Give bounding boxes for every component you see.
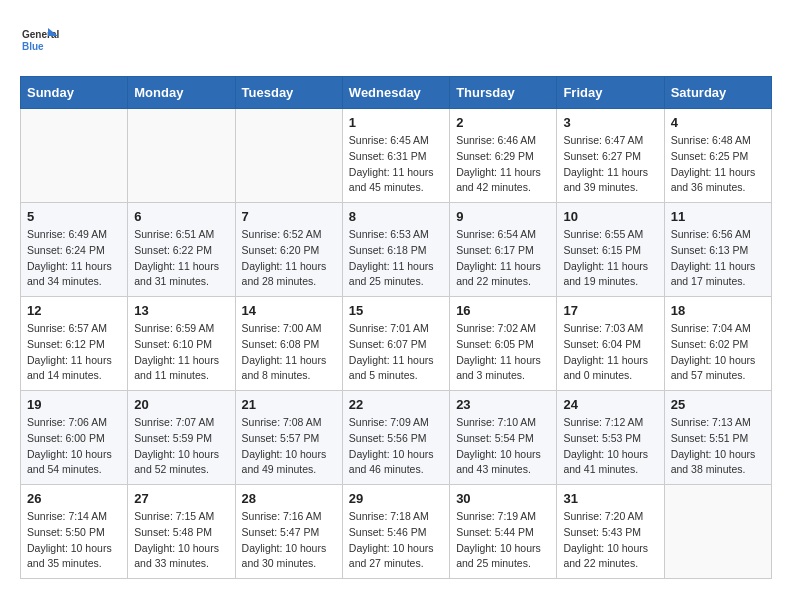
calendar-cell: 22Sunrise: 7:09 AM Sunset: 5:56 PM Dayli… (342, 391, 449, 485)
day-info: Sunrise: 7:10 AM Sunset: 5:54 PM Dayligh… (456, 415, 550, 478)
calendar-cell: 6Sunrise: 6:51 AM Sunset: 6:22 PM Daylig… (128, 203, 235, 297)
day-number: 17 (563, 303, 657, 318)
calendar-header: SundayMondayTuesdayWednesdayThursdayFrid… (21, 77, 772, 109)
page-header: General Blue (20, 20, 772, 60)
day-number: 24 (563, 397, 657, 412)
day-info: Sunrise: 7:20 AM Sunset: 5:43 PM Dayligh… (563, 509, 657, 572)
day-number: 16 (456, 303, 550, 318)
calendar-cell: 16Sunrise: 7:02 AM Sunset: 6:05 PM Dayli… (450, 297, 557, 391)
day-info: Sunrise: 7:09 AM Sunset: 5:56 PM Dayligh… (349, 415, 443, 478)
calendar-cell: 3Sunrise: 6:47 AM Sunset: 6:27 PM Daylig… (557, 109, 664, 203)
day-info: Sunrise: 7:00 AM Sunset: 6:08 PM Dayligh… (242, 321, 336, 384)
day-number: 25 (671, 397, 765, 412)
day-number: 30 (456, 491, 550, 506)
day-info: Sunrise: 6:55 AM Sunset: 6:15 PM Dayligh… (563, 227, 657, 290)
day-info: Sunrise: 7:07 AM Sunset: 5:59 PM Dayligh… (134, 415, 228, 478)
day-info: Sunrise: 6:45 AM Sunset: 6:31 PM Dayligh… (349, 133, 443, 196)
calendar-cell: 13Sunrise: 6:59 AM Sunset: 6:10 PM Dayli… (128, 297, 235, 391)
svg-rect-0 (20, 20, 60, 60)
calendar-cell: 29Sunrise: 7:18 AM Sunset: 5:46 PM Dayli… (342, 485, 449, 579)
calendar-cell: 23Sunrise: 7:10 AM Sunset: 5:54 PM Dayli… (450, 391, 557, 485)
day-number: 5 (27, 209, 121, 224)
day-info: Sunrise: 7:18 AM Sunset: 5:46 PM Dayligh… (349, 509, 443, 572)
day-number: 7 (242, 209, 336, 224)
weekday-header: Saturday (664, 77, 771, 109)
calendar-cell: 21Sunrise: 7:08 AM Sunset: 5:57 PM Dayli… (235, 391, 342, 485)
calendar-cell: 18Sunrise: 7:04 AM Sunset: 6:02 PM Dayli… (664, 297, 771, 391)
calendar-cell (21, 109, 128, 203)
day-info: Sunrise: 7:14 AM Sunset: 5:50 PM Dayligh… (27, 509, 121, 572)
day-number: 20 (134, 397, 228, 412)
day-info: Sunrise: 6:49 AM Sunset: 6:24 PM Dayligh… (27, 227, 121, 290)
calendar-week: 19Sunrise: 7:06 AM Sunset: 6:00 PM Dayli… (21, 391, 772, 485)
day-number: 22 (349, 397, 443, 412)
day-info: Sunrise: 6:52 AM Sunset: 6:20 PM Dayligh… (242, 227, 336, 290)
day-number: 27 (134, 491, 228, 506)
day-info: Sunrise: 6:47 AM Sunset: 6:27 PM Dayligh… (563, 133, 657, 196)
calendar-cell: 17Sunrise: 7:03 AM Sunset: 6:04 PM Dayli… (557, 297, 664, 391)
day-info: Sunrise: 7:12 AM Sunset: 5:53 PM Dayligh… (563, 415, 657, 478)
day-info: Sunrise: 7:15 AM Sunset: 5:48 PM Dayligh… (134, 509, 228, 572)
day-info: Sunrise: 6:59 AM Sunset: 6:10 PM Dayligh… (134, 321, 228, 384)
calendar-cell: 24Sunrise: 7:12 AM Sunset: 5:53 PM Dayli… (557, 391, 664, 485)
weekday-header: Friday (557, 77, 664, 109)
weekday-header: Tuesday (235, 77, 342, 109)
day-number: 11 (671, 209, 765, 224)
calendar-cell: 25Sunrise: 7:13 AM Sunset: 5:51 PM Dayli… (664, 391, 771, 485)
day-number: 19 (27, 397, 121, 412)
day-info: Sunrise: 6:57 AM Sunset: 6:12 PM Dayligh… (27, 321, 121, 384)
calendar-cell: 2Sunrise: 6:46 AM Sunset: 6:29 PM Daylig… (450, 109, 557, 203)
day-info: Sunrise: 6:51 AM Sunset: 6:22 PM Dayligh… (134, 227, 228, 290)
calendar-table: SundayMondayTuesdayWednesdayThursdayFrid… (20, 76, 772, 579)
day-number: 6 (134, 209, 228, 224)
day-number: 26 (27, 491, 121, 506)
logo-icon: General Blue (20, 20, 60, 60)
logo: General Blue (20, 20, 60, 60)
day-info: Sunrise: 7:16 AM Sunset: 5:47 PM Dayligh… (242, 509, 336, 572)
calendar-cell: 5Sunrise: 6:49 AM Sunset: 6:24 PM Daylig… (21, 203, 128, 297)
day-info: Sunrise: 7:01 AM Sunset: 6:07 PM Dayligh… (349, 321, 443, 384)
calendar-cell: 8Sunrise: 6:53 AM Sunset: 6:18 PM Daylig… (342, 203, 449, 297)
day-info: Sunrise: 7:08 AM Sunset: 5:57 PM Dayligh… (242, 415, 336, 478)
day-info: Sunrise: 7:13 AM Sunset: 5:51 PM Dayligh… (671, 415, 765, 478)
weekday-header: Wednesday (342, 77, 449, 109)
day-info: Sunrise: 7:02 AM Sunset: 6:05 PM Dayligh… (456, 321, 550, 384)
day-number: 4 (671, 115, 765, 130)
day-info: Sunrise: 6:56 AM Sunset: 6:13 PM Dayligh… (671, 227, 765, 290)
day-number: 10 (563, 209, 657, 224)
day-number: 13 (134, 303, 228, 318)
day-info: Sunrise: 6:46 AM Sunset: 6:29 PM Dayligh… (456, 133, 550, 196)
day-number: 18 (671, 303, 765, 318)
calendar-cell: 10Sunrise: 6:55 AM Sunset: 6:15 PM Dayli… (557, 203, 664, 297)
calendar-cell: 4Sunrise: 6:48 AM Sunset: 6:25 PM Daylig… (664, 109, 771, 203)
day-info: Sunrise: 7:19 AM Sunset: 5:44 PM Dayligh… (456, 509, 550, 572)
day-info: Sunrise: 7:06 AM Sunset: 6:00 PM Dayligh… (27, 415, 121, 478)
calendar-cell: 14Sunrise: 7:00 AM Sunset: 6:08 PM Dayli… (235, 297, 342, 391)
calendar-cell: 31Sunrise: 7:20 AM Sunset: 5:43 PM Dayli… (557, 485, 664, 579)
calendar-cell: 11Sunrise: 6:56 AM Sunset: 6:13 PM Dayli… (664, 203, 771, 297)
calendar-cell: 30Sunrise: 7:19 AM Sunset: 5:44 PM Dayli… (450, 485, 557, 579)
day-number: 14 (242, 303, 336, 318)
calendar-cell: 9Sunrise: 6:54 AM Sunset: 6:17 PM Daylig… (450, 203, 557, 297)
day-number: 8 (349, 209, 443, 224)
day-info: Sunrise: 7:03 AM Sunset: 6:04 PM Dayligh… (563, 321, 657, 384)
day-number: 31 (563, 491, 657, 506)
calendar-cell: 1Sunrise: 6:45 AM Sunset: 6:31 PM Daylig… (342, 109, 449, 203)
calendar-cell: 28Sunrise: 7:16 AM Sunset: 5:47 PM Dayli… (235, 485, 342, 579)
calendar-cell: 15Sunrise: 7:01 AM Sunset: 6:07 PM Dayli… (342, 297, 449, 391)
svg-text:Blue: Blue (22, 41, 44, 52)
day-number: 21 (242, 397, 336, 412)
calendar-cell: 19Sunrise: 7:06 AM Sunset: 6:00 PM Dayli… (21, 391, 128, 485)
weekday-header: Monday (128, 77, 235, 109)
day-info: Sunrise: 6:48 AM Sunset: 6:25 PM Dayligh… (671, 133, 765, 196)
calendar-cell: 12Sunrise: 6:57 AM Sunset: 6:12 PM Dayli… (21, 297, 128, 391)
calendar-cell: 20Sunrise: 7:07 AM Sunset: 5:59 PM Dayli… (128, 391, 235, 485)
weekday-header: Sunday (21, 77, 128, 109)
calendar-cell (235, 109, 342, 203)
day-number: 28 (242, 491, 336, 506)
day-number: 3 (563, 115, 657, 130)
day-number: 1 (349, 115, 443, 130)
calendar-cell: 27Sunrise: 7:15 AM Sunset: 5:48 PM Dayli… (128, 485, 235, 579)
day-number: 2 (456, 115, 550, 130)
day-number: 9 (456, 209, 550, 224)
